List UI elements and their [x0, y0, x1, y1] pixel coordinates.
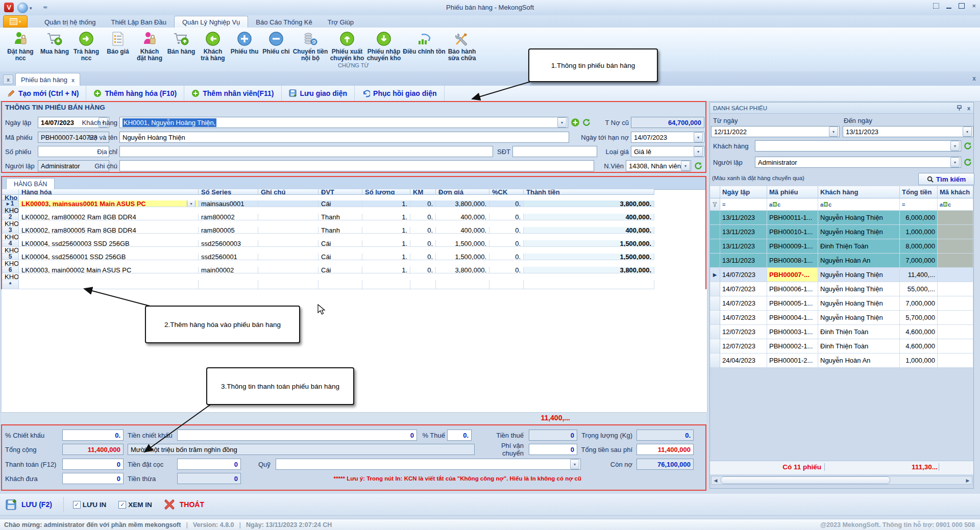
- tab-phieu-ban-hang[interactable]: Phiếu bán hàng x: [15, 73, 80, 86]
- toolbar-bao-gia[interactable]: Báo giá: [102, 29, 134, 55]
- chevron-down-icon[interactable]: ▾: [963, 127, 972, 137]
- toolbar-phieu-xuat-chuyen-kho[interactable]: Phiếu xuất chuyển kho: [329, 29, 365, 62]
- list-item[interactable]: 13/11/2023 PBH00010-1... Nguyễn Hoàng Th…: [710, 225, 973, 239]
- cell-discount[interactable]: 0.: [489, 267, 524, 273]
- cell-warehouse[interactable]: KHO 01: [2, 234, 19, 240]
- table-row[interactable]: 4 LK00004, ssd25600003 SSD 256GB ssd2560…: [2, 240, 705, 254]
- cell-warehouse[interactable]: KHO 01: [2, 273, 19, 280]
- toolbar-phieu-chi[interactable]: Phiếu chi: [260, 29, 292, 55]
- fund-field[interactable]: ▾: [276, 459, 581, 470]
- cell-empty[interactable]: [199, 280, 258, 289]
- cell-note[interactable]: [258, 267, 318, 273]
- cell-discount[interactable]: 0.: [489, 214, 524, 220]
- cell-price[interactable]: 1,500,000.: [436, 240, 489, 247]
- cell-customer[interactable]: Nguyễn Hoàn An: [818, 254, 900, 268]
- chevron-down-icon[interactable]: ▾: [950, 141, 960, 151]
- exit-button[interactable]: THOÁT: [158, 495, 212, 514]
- cell-customer[interactable]: Đinh Thiện Toàn: [818, 325, 900, 339]
- chevron-down-icon[interactable]: ▾: [694, 132, 703, 142]
- cell-series[interactable]: ram800002: [199, 214, 258, 220]
- chevron-down-icon[interactable]: ▾: [570, 459, 579, 469]
- to-date-field[interactable]: 13/11/2023▾: [843, 126, 973, 137]
- cell-customer[interactable]: Nguyễn Hoàng Thiện: [818, 282, 900, 296]
- header-ma-phieu[interactable]: Mã phiếu: [767, 186, 818, 198]
- cell-customer[interactable]: Nguyễn Hoàng Thiện: [818, 268, 900, 282]
- header-hang-hoa[interactable]: Hàng hóa: [19, 189, 199, 195]
- cell-empty[interactable]: [524, 280, 654, 289]
- header-so-luong[interactable]: Số lượng: [362, 189, 410, 195]
- cell-date[interactable]: 13/11/2023: [720, 225, 767, 239]
- header-ghi-chu[interactable]: Ghi chú: [258, 189, 318, 195]
- cell-discount[interactable]: 0.: [489, 240, 524, 247]
- cell-code[interactable]: PBH00002-1...: [767, 339, 818, 354]
- scroll-right-icon[interactable]: ▶: [964, 478, 972, 483]
- cell-date[interactable]: 24/04/2023: [720, 354, 767, 368]
- cell-total[interactable]: 1,000,000: [900, 225, 938, 239]
- toolbar-khach-dat-hang[interactable]: Khách đặt hàng: [134, 29, 165, 62]
- filter-cell-total[interactable]: =: [900, 198, 938, 211]
- close-icon[interactable]: x: [3, 74, 13, 84]
- cell-customer[interactable]: Nguyễn Hoàng Thiện: [818, 296, 900, 311]
- cell-customer-code[interactable]: [938, 354, 973, 368]
- cell-note[interactable]: [258, 240, 318, 247]
- cell-total[interactable]: 8,000,000: [900, 239, 938, 254]
- cell-code[interactable]: PBH00010-1...: [767, 225, 818, 239]
- tab-thiet-lap-ban-dau[interactable]: Thiết Lập Ban Đầu: [103, 16, 174, 28]
- customer-filter-field[interactable]: ▾: [755, 140, 961, 152]
- cell-code[interactable]: PBH00001-2...: [767, 354, 818, 368]
- header-don-gia[interactable]: Đơn giá: [436, 189, 489, 195]
- cell-code[interactable]: PBH00008-1...: [767, 254, 818, 268]
- cell-total[interactable]: 1,000,000: [900, 354, 938, 368]
- save-print-checkbox[interactable]: ✓ LƯU IN: [73, 501, 106, 509]
- search-button[interactable]: Tìm kiếm: [918, 173, 974, 185]
- filter-cell-code[interactable]: aBc: [767, 198, 818, 211]
- tab-quan-ly-nghiep-vu[interactable]: Quản Lý Nghiệp Vụ: [174, 16, 248, 28]
- chevron-down-icon[interactable]: ▾: [557, 117, 567, 128]
- table-row[interactable]: 5 LK00004, ssd2560001 SSD 256GB ssd25600…: [2, 254, 705, 267]
- cell-total[interactable]: 4,600,000: [900, 325, 938, 339]
- refresh-icon[interactable]: [963, 158, 972, 168]
- cell-unit[interactable]: Thanh: [318, 227, 362, 234]
- save-layout-button[interactable]: Lưu giao diện: [282, 86, 355, 101]
- cell-km[interactable]: 0.: [410, 267, 436, 273]
- header-ngay-lap[interactable]: Ngày lập: [720, 186, 767, 198]
- cell-total[interactable]: 6,000,000: [900, 211, 938, 225]
- header-ma-khach[interactable]: Mã khách: [938, 186, 973, 198]
- cell-qty[interactable]: 1.: [362, 200, 410, 207]
- cell-note[interactable]: [258, 254, 318, 260]
- cell-total[interactable]: 4,600,000: [900, 339, 938, 354]
- cell-warehouse[interactable]: KHO 01: [2, 220, 19, 227]
- cell-customer-code[interactable]: [938, 339, 973, 354]
- cell-unit[interactable]: Cái: [318, 254, 362, 260]
- cell-series[interactable]: ram800005: [199, 227, 258, 234]
- list-item[interactable]: 14/07/2023 PBH00006-1... Nguyễn Hoàng Th…: [710, 282, 973, 296]
- new-row[interactable]: *: [2, 280, 705, 289]
- cell-amount[interactable]: 1,500,000.: [524, 254, 654, 260]
- cell-date[interactable]: 12/07/2023: [720, 339, 767, 354]
- list-item[interactable]: 12/07/2023 PBH00003-1... Đinh Thiện Toàn…: [710, 325, 973, 339]
- cell-code[interactable]: PBH00003-1...: [767, 325, 818, 339]
- cell-empty[interactable]: [436, 280, 489, 289]
- cell-empty[interactable]: [19, 280, 199, 289]
- save-button[interactable]: LƯU (F2): [0, 495, 60, 514]
- price-type-field[interactable]: Giá lẻ▾: [631, 146, 704, 157]
- scroll-left-icon[interactable]: ◀: [712, 478, 720, 483]
- cell-km[interactable]: 0.: [410, 254, 436, 260]
- discount-amount-field[interactable]: 0: [177, 430, 417, 441]
- payment-field[interactable]: 0: [62, 459, 124, 470]
- cell-amount[interactable]: 400,000.: [524, 227, 654, 234]
- cell-customer-code[interactable]: [938, 311, 973, 325]
- cell-product[interactable]: LK00004, ssd2560001 SSD 256GB: [19, 254, 199, 260]
- list-item-selected[interactable]: ▶ 14/07/2023 PBH00007-... Nguyễn Hoàng T…: [710, 268, 973, 282]
- cell-unit[interactable]: Thanh: [318, 214, 362, 220]
- chevron-down-icon[interactable]: ▾: [187, 200, 195, 207]
- cell-total[interactable]: 5,700,000: [900, 311, 938, 325]
- header-tong-tien[interactable]: Tổng tiền: [900, 186, 938, 198]
- cell-customer[interactable]: Nguyễn Hoàn An: [818, 354, 900, 368]
- note-field[interactable]: [119, 160, 594, 171]
- cell-km[interactable]: 0.: [410, 214, 436, 220]
- cell-qty[interactable]: 1.: [362, 254, 410, 260]
- cell-empty[interactable]: [410, 280, 436, 289]
- scrollbar-thumb[interactable]: [721, 476, 890, 484]
- table-row[interactable]: 6 LK00003, main00002 Main ASUS PC main00…: [2, 267, 705, 280]
